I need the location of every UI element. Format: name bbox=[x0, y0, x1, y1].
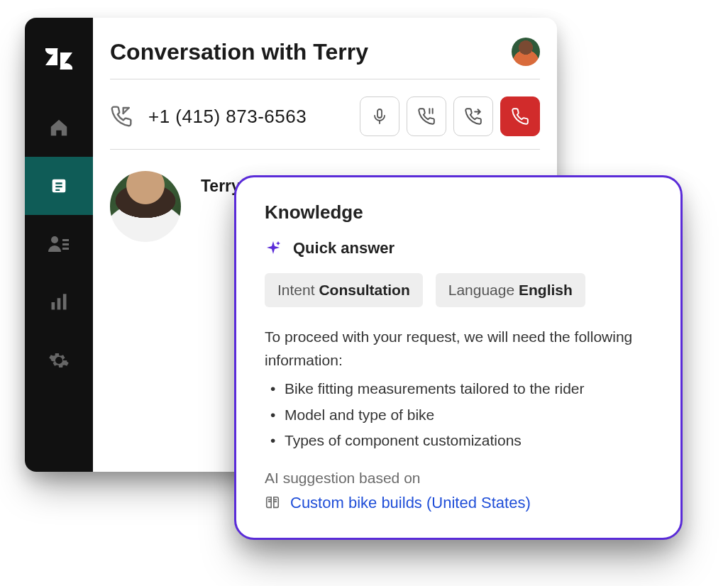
zendesk-logo-icon bbox=[45, 45, 73, 73]
intent-value: Consultation bbox=[319, 282, 409, 298]
answer-body: To proceed with your request, we will ne… bbox=[265, 326, 652, 453]
answer-bullets: Bike fitting measurements tailored to th… bbox=[265, 377, 652, 453]
nav-reports[interactable] bbox=[25, 273, 93, 331]
answer-bullet: Model and type of bike bbox=[285, 404, 652, 427]
incoming-call-icon bbox=[110, 105, 133, 128]
svg-rect-4 bbox=[62, 248, 69, 250]
source-label: AI suggestion based on bbox=[265, 470, 652, 487]
call-bar: +1 (415) 873-6563 bbox=[93, 79, 557, 136]
quick-answer-label: Quick answer bbox=[293, 239, 395, 258]
svg-rect-6 bbox=[57, 298, 61, 309]
svg-rect-2 bbox=[62, 239, 69, 241]
article-icon bbox=[265, 495, 280, 511]
caller-avatar[interactable] bbox=[110, 171, 181, 242]
language-label: Language bbox=[448, 282, 514, 298]
page-title: Conversation with Terry bbox=[110, 39, 368, 65]
nav-home[interactable] bbox=[25, 99, 93, 157]
nav-ticket[interactable] bbox=[25, 157, 93, 215]
svg-point-1 bbox=[51, 236, 58, 243]
quick-answer-row: Quick answer bbox=[265, 239, 652, 258]
knowledge-heading: Knowledge bbox=[265, 201, 652, 223]
sparkle-icon bbox=[265, 240, 282, 257]
nav-users[interactable] bbox=[25, 215, 93, 273]
language-value: English bbox=[519, 282, 573, 298]
svg-rect-9 bbox=[377, 109, 382, 118]
phone-number: +1 (415) 873-6563 bbox=[148, 106, 344, 128]
hold-button[interactable] bbox=[407, 96, 446, 136]
agent-avatar[interactable] bbox=[512, 38, 540, 66]
answer-intro: To proceed with your request, we will ne… bbox=[265, 326, 652, 372]
svg-rect-3 bbox=[62, 243, 69, 245]
transfer-button[interactable] bbox=[453, 96, 493, 136]
sidebar bbox=[25, 18, 93, 472]
answer-bullet: Types of component customizations bbox=[285, 429, 652, 453]
source-link[interactable]: Custom bike builds (United States) bbox=[290, 494, 531, 512]
language-chip[interactable]: Language English bbox=[436, 273, 585, 307]
intent-chip[interactable]: Intent Consultation bbox=[265, 273, 423, 307]
hangup-button[interactable] bbox=[500, 96, 540, 136]
svg-rect-7 bbox=[63, 294, 67, 309]
answer-bullet: Bike fitting measurements tailored to th… bbox=[285, 377, 652, 401]
intent-label: Intent bbox=[277, 282, 315, 298]
svg-rect-5 bbox=[52, 302, 55, 310]
mute-button[interactable] bbox=[360, 96, 399, 136]
knowledge-card: Knowledge Quick answer Intent Consultati… bbox=[234, 175, 683, 540]
nav-settings[interactable] bbox=[25, 331, 93, 389]
